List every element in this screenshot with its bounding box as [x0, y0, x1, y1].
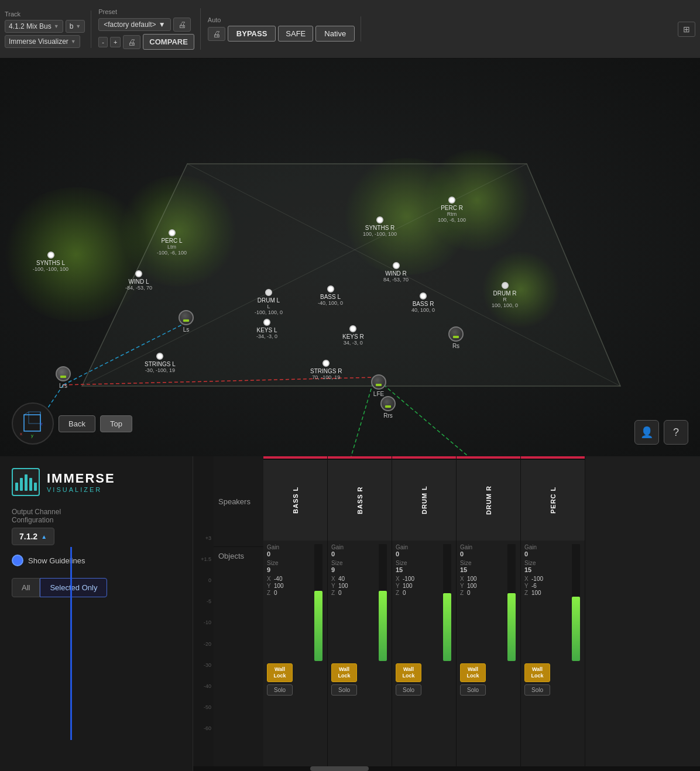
auto-label: Auto [208, 16, 355, 23]
speaker-icon-lrs [56, 366, 71, 381]
track-channels[interactable]: BASS L Gain 0 Size 9 X-40 Y100 [263, 456, 700, 766]
visualizer-panel[interactable]: SYNTHS L -100, -100, 100 SYNTHS R 100, -… [0, 58, 700, 456]
source-dot-bass-l [327, 285, 334, 292]
wall-lock-drum-l[interactable]: WallLock [396, 663, 421, 682]
output-config-label: Output ChannelConfiguration [12, 508, 181, 524]
preset-minus-button[interactable]: - [98, 37, 108, 47]
wall-lock-bass-l[interactable]: WallLock [267, 663, 293, 682]
source-drum-l[interactable]: DRUM L L -100, 100, 0 [255, 289, 283, 315]
mode-arrow-icon: ▼ [76, 23, 81, 29]
track-name-drum-r: DRUM R [457, 459, 520, 541]
safe-button[interactable]: SAFE [278, 26, 313, 42]
fader-bass-l[interactable] [314, 544, 322, 661]
source-wind-r[interactable]: WIND R 84, -53, 70 [383, 262, 409, 283]
left-sidebar: IMMERSE VISUALIZER Output ChannelConfigu… [0, 456, 193, 771]
source-dot-synths-l [47, 252, 54, 259]
logo-bar-4 [29, 478, 32, 491]
fader-drum-l[interactable] [443, 544, 451, 661]
auto-print-button[interactable]: 🖨 [208, 27, 225, 41]
help-button[interactable]: ? [664, 420, 688, 445]
fader-drum-r[interactable] [507, 544, 516, 661]
source-strings-l[interactable]: STRINGS L -30, -100, 19 [145, 353, 176, 373]
user-button[interactable]: 👤 [634, 420, 659, 445]
svg-rect-8 [24, 415, 40, 431]
source-wind-l[interactable]: WIND L -84, -53, 70 [125, 270, 152, 291]
preset-arrow-icon: ▼ [159, 20, 166, 29]
brand-name: IMMERSE [47, 471, 115, 486]
source-drum-r[interactable]: DRUM R R 100, 100, 0 [492, 282, 518, 308]
logo-bar-2 [20, 478, 23, 491]
preset-print-button[interactable]: 🖨 [173, 18, 191, 32]
wall-lock-perc-l[interactable]: WallLock [524, 663, 550, 682]
fader-perc-l[interactable] [572, 544, 580, 661]
brand-sub: VISUALIZER [47, 486, 115, 493]
source-dot-keys-r [349, 325, 356, 332]
source-dot-drum-l [265, 289, 272, 296]
source-perc-l[interactable]: PERC L Ltm -100, -6, 100 [157, 229, 187, 256]
mixer-panel: +3 +1.5 0 -5 -10 -20 -30 -40 -50 -60 Spe… [193, 456, 700, 771]
axis-svg: x y z [18, 409, 47, 438]
plugin-select[interactable]: Immerse Visualizer ▼ [5, 35, 80, 48]
track-name-drum-l: DRUM L [392, 459, 456, 541]
source-synths-r[interactable]: SYNTHS R 100, -100, 100 [363, 216, 397, 237]
wall-lock-bass-r[interactable]: WallLock [331, 663, 357, 682]
selected-only-filter-button[interactable]: Selected Only [40, 578, 107, 597]
source-bass-l[interactable]: BASS L -40, 100, 0 [318, 285, 343, 306]
speaker-lfe[interactable]: LFE [371, 374, 386, 397]
speaker-ls[interactable]: Ls [179, 310, 194, 333]
track-drum-l: DRUM L Gain 0 Size 15 X-100 Y100 [392, 456, 457, 766]
svg-rect-9 [29, 412, 40, 424]
all-filter-button[interactable]: All [12, 578, 40, 597]
solo-perc-l[interactable]: Solo [524, 684, 550, 696]
bypass-button[interactable]: BYPASS [228, 26, 276, 42]
source-bass-r[interactable]: BASS R 40, 100, 0 [411, 292, 435, 313]
axis-cube: x y z [12, 402, 54, 445]
track-bass-l: BASS L Gain 0 Size 9 X-40 Y100 [263, 456, 328, 766]
compare-button[interactable]: COMPARE [143, 34, 194, 50]
objects-section-label: Objects [214, 547, 263, 766]
speaker-rs[interactable]: Rs [448, 326, 464, 349]
scrollbar-thumb[interactable] [310, 766, 369, 771]
source-keys-r[interactable]: KEYS R 34, -3, 0 [342, 325, 364, 346]
track-name-bass-l: BASS L [263, 459, 327, 541]
track-controls-drum-r: Gain 0 Size 15 X100 Y100 Z0 [457, 541, 520, 766]
source-dot-strings-r [322, 360, 330, 367]
source-dot-wind-r [393, 262, 400, 269]
solo-drum-l[interactable]: Solo [396, 684, 421, 696]
source-dot-synths-r [376, 216, 383, 223]
solo-bass-l[interactable]: Solo [267, 684, 293, 696]
solo-bass-r[interactable]: Solo [331, 684, 357, 696]
filter-row: All Selected Only [12, 578, 181, 597]
track-bass-r: BASS R Gain 0 Size 9 X40 Y100 [328, 456, 392, 766]
fader-bass-r[interactable] [379, 544, 387, 661]
logo-icon [12, 468, 40, 496]
source-synths-l[interactable]: SYNTHS L -100, -100, 100 [33, 252, 68, 272]
logo-bars [15, 473, 37, 491]
track-mode-select[interactable]: b ▼ [66, 20, 85, 33]
wall-lock-drum-r[interactable]: WallLock [460, 663, 486, 682]
svg-text:y: y [31, 433, 33, 438]
logo-bar-3 [25, 474, 28, 491]
guidelines-toggle[interactable] [12, 555, 23, 566]
speaker-icon-rs [448, 326, 464, 342]
source-perc-r[interactable]: PERC R Rtm 100, -6, 100 [438, 197, 466, 223]
section-labels: Speakers Objects [214, 456, 263, 766]
track-select[interactable]: 4.1.2 Mix Bus ▼ [5, 20, 63, 33]
speaker-rrs[interactable]: Rrs [380, 396, 396, 419]
source-strings-r[interactable]: STRINGS R 70, -100, 19 [310, 360, 342, 380]
mixer-scrollbar[interactable] [193, 766, 700, 771]
solo-drum-r[interactable]: Solo [460, 684, 486, 696]
preset-plus-button[interactable]: + [110, 37, 121, 47]
source-keys-l[interactable]: KEYS L -34, -3, 0 [256, 319, 277, 339]
preset-copy-button[interactable]: 🖨 [123, 35, 140, 49]
speaker-icon-rrs [380, 396, 396, 411]
logo-bar-5 [34, 483, 37, 491]
config-arrow-icon: ▲ [41, 533, 47, 540]
expand-button[interactable]: ⊞ [678, 22, 695, 37]
speaker-lrs[interactable]: Lrs [56, 366, 71, 389]
back-view-button[interactable]: Back [59, 415, 95, 432]
native-button[interactable]: Native [315, 26, 355, 42]
top-view-button[interactable]: Top [100, 415, 132, 432]
output-config-value[interactable]: 7.1.2 ▲ [12, 528, 54, 545]
brand-text: IMMERSE VISUALIZER [47, 471, 115, 493]
